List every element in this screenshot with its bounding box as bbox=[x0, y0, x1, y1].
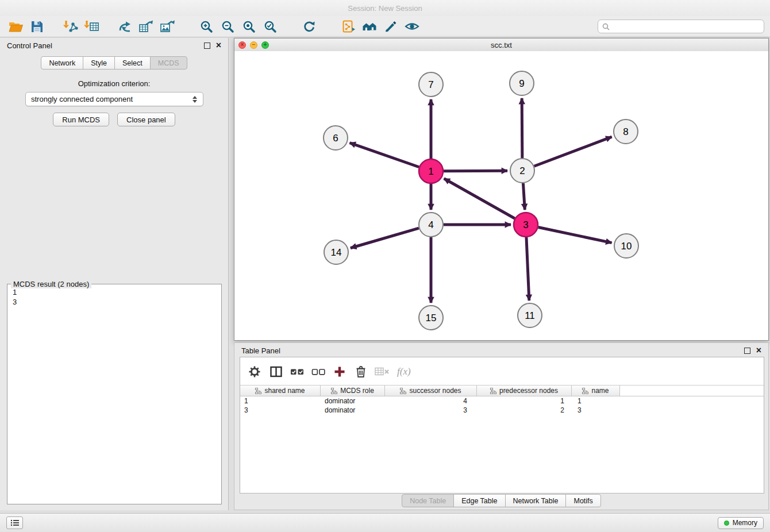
control-panel: Control Panel × NetworkStyleSelectMCDS O… bbox=[0, 38, 229, 510]
optimization-criterion-value: strongly connected component bbox=[31, 95, 133, 103]
cell-shared-name[interactable]: 1 bbox=[240, 397, 321, 405]
create-column-button[interactable] bbox=[331, 364, 348, 380]
node-11[interactable]: 11 bbox=[518, 303, 542, 327]
table-row[interactable]: 1dominator411 bbox=[240, 396, 764, 406]
edge-3-11[interactable] bbox=[526, 237, 529, 300]
zoom-selected-button[interactable] bbox=[260, 17, 280, 36]
panel-menu-button[interactable] bbox=[6, 516, 23, 529]
zoom-fit-button[interactable] bbox=[239, 17, 259, 36]
tab-style[interactable]: Style bbox=[83, 56, 115, 70]
cell-successor-nodes[interactable]: 3 bbox=[385, 406, 477, 414]
edge-2-3[interactable] bbox=[523, 183, 525, 210]
close-control-panel-icon[interactable]: × bbox=[216, 41, 221, 50]
minimize-window-button[interactable]: − bbox=[250, 41, 257, 49]
node-6[interactable]: 6 bbox=[324, 126, 348, 150]
apply-layout-button[interactable] bbox=[299, 17, 319, 36]
node-3[interactable]: 3 bbox=[514, 213, 538, 237]
zoom-window-button[interactable]: + bbox=[261, 41, 269, 49]
import-table-button[interactable] bbox=[82, 17, 101, 36]
node-7[interactable]: 7 bbox=[419, 72, 443, 97]
edge-3-10[interactable] bbox=[538, 228, 612, 243]
save-floppy-icon bbox=[30, 20, 44, 33]
float-table-panel-icon[interactable] bbox=[744, 348, 750, 354]
cell-name[interactable]: 1 bbox=[572, 397, 620, 405]
node-8[interactable]: 8 bbox=[614, 119, 638, 144]
new-network-button[interactable] bbox=[115, 17, 134, 36]
column-header-mcds-role[interactable]: MCDS role bbox=[321, 385, 385, 396]
show-graphics-details-button[interactable] bbox=[402, 17, 422, 36]
table-options-button[interactable] bbox=[246, 364, 263, 380]
network-window-titlebar[interactable]: scc.txt × − + bbox=[234, 38, 768, 52]
tab-motifs[interactable]: Motifs bbox=[565, 494, 600, 507]
window-titlebar[interactable]: Session: New Session bbox=[0, 0, 770, 16]
show-column-panel-button[interactable] bbox=[267, 364, 284, 380]
edge-2-8[interactable] bbox=[534, 137, 612, 166]
cell-mcds-role[interactable]: dominator bbox=[321, 397, 385, 405]
function-builder-button: f(x) bbox=[395, 364, 413, 380]
node-2[interactable]: 2 bbox=[510, 159, 534, 183]
optimization-criterion-select[interactable]: strongly connected component bbox=[25, 92, 203, 106]
node-9[interactable]: 9 bbox=[510, 71, 534, 95]
zoom-in-button[interactable] bbox=[197, 17, 216, 36]
table-row[interactable]: 3dominator323 bbox=[240, 406, 764, 415]
tab-node-table[interactable]: Node Table bbox=[402, 494, 454, 507]
cell-successor-nodes[interactable]: 4 bbox=[385, 397, 477, 405]
column-header-predecessor-nodes[interactable]: predecessor nodes bbox=[477, 385, 572, 396]
search-input[interactable] bbox=[613, 22, 760, 32]
tab-network[interactable]: Network bbox=[41, 56, 83, 70]
select-all-columns-button[interactable] bbox=[288, 364, 306, 380]
close-panel-button[interactable]: Close panel bbox=[117, 113, 175, 126]
cell-name[interactable]: 3 bbox=[572, 406, 620, 414]
edge-1-6[interactable] bbox=[350, 143, 419, 167]
cell-shared-name[interactable]: 3 bbox=[240, 406, 321, 414]
tab-network-table[interactable]: Network Table bbox=[505, 494, 567, 507]
zoom-out-button[interactable] bbox=[218, 17, 237, 36]
tab-mcds[interactable]: MCDS bbox=[150, 56, 187, 70]
column-type-icon bbox=[400, 388, 406, 394]
tab-edge-table[interactable]: Edge Table bbox=[453, 494, 505, 507]
import-network-button[interactable] bbox=[60, 17, 80, 36]
column-header-label: shared name bbox=[264, 387, 305, 395]
status-bar: Memory bbox=[0, 513, 770, 532]
node-label: 4 bbox=[428, 219, 433, 230]
edge-1-2[interactable] bbox=[444, 171, 507, 171]
export-image-icon bbox=[160, 20, 175, 33]
zoom-in-icon bbox=[199, 20, 213, 33]
edge-4-14[interactable] bbox=[351, 228, 419, 248]
cell-mcds-role[interactable]: dominator bbox=[321, 406, 385, 414]
open-folder-icon bbox=[8, 20, 24, 33]
home-button[interactable] bbox=[360, 17, 379, 36]
node-14[interactable]: 14 bbox=[324, 240, 348, 264]
node-15[interactable]: 15 bbox=[419, 306, 443, 330]
export-image-button[interactable] bbox=[157, 17, 177, 36]
cell-predecessor-nodes[interactable]: 2 bbox=[477, 406, 572, 414]
open-session-button[interactable] bbox=[6, 17, 25, 36]
close-window-button[interactable]: × bbox=[238, 41, 246, 49]
float-control-panel-icon[interactable] bbox=[204, 43, 210, 49]
column-header-shared-name[interactable]: shared name bbox=[240, 385, 321, 396]
export-table-button[interactable] bbox=[136, 17, 156, 36]
memory-button[interactable]: Memory bbox=[718, 517, 764, 529]
search-icon bbox=[602, 23, 610, 30]
cell-predecessor-nodes[interactable]: 1 bbox=[477, 397, 572, 405]
style-button[interactable] bbox=[381, 17, 401, 36]
column-header-name[interactable]: name bbox=[572, 385, 620, 396]
edge-2-9[interactable] bbox=[522, 98, 522, 158]
refresh-icon bbox=[302, 20, 316, 33]
edge-3-1[interactable] bbox=[444, 179, 515, 218]
column-header-successor-nodes[interactable]: successor nodes bbox=[385, 385, 477, 396]
network-canvas[interactable]: 7968124314101511 bbox=[234, 51, 768, 340]
unselect-all-columns-button[interactable] bbox=[310, 364, 327, 380]
run-mcds-button[interactable]: Run MCDS bbox=[53, 113, 109, 126]
tab-select[interactable]: Select bbox=[114, 56, 151, 70]
save-session-button[interactable] bbox=[27, 17, 47, 36]
node-4[interactable]: 4 bbox=[419, 213, 443, 237]
network-overview-button[interactable] bbox=[338, 17, 358, 36]
close-table-panel-icon[interactable]: × bbox=[756, 346, 761, 355]
node-1[interactable]: 1 bbox=[419, 159, 443, 183]
search-field[interactable] bbox=[598, 20, 764, 33]
node-10[interactable]: 10 bbox=[614, 234, 638, 258]
optimization-criterion-label: Optimization criterion: bbox=[0, 79, 228, 88]
node-label: 6 bbox=[333, 133, 338, 144]
delete-column-button[interactable] bbox=[352, 364, 369, 380]
